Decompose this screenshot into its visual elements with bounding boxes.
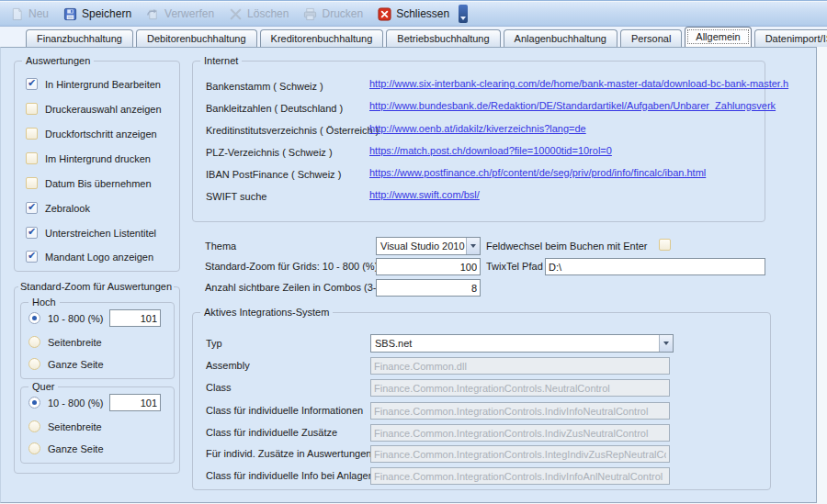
indiv-zusaetze-auswertungen-label: Für individ. Zusätze in Auswertungen xyxy=(206,448,371,459)
class-indiv-info-label: Class für individuelle Informationen xyxy=(206,405,363,416)
radio-hoch-ganze-seite[interactable] xyxy=(28,358,40,370)
checkbox-label: Zebralook xyxy=(45,203,90,214)
typ-combobox[interactable]: SBS.net xyxy=(370,334,674,353)
bankenstamm-label: Bankenstamm ( Schweiz ) xyxy=(206,81,323,92)
integration-group-title: Aktives Integrations-System xyxy=(200,307,333,318)
checkbox-in-hintergrund-bearbeiten[interactable] xyxy=(26,78,38,90)
kreditinstitutsverzeichnis-label: Kreditinstitutsverzeichnis ( Österreich … xyxy=(206,125,379,136)
twixtel-pfad-label: TwixTel Pfad xyxy=(486,261,543,272)
tab-personal[interactable]: Personal xyxy=(620,29,682,47)
twixtel-pfad-input[interactable] xyxy=(545,258,765,275)
radio-quer-ganze-seite[interactable] xyxy=(28,442,40,454)
internet-group-title: Internet xyxy=(200,55,242,66)
bankleitzahlen-link[interactable]: http://www.bundesbank.de/Redaktion/DE/St… xyxy=(369,100,776,111)
radio-hoch-percent[interactable] xyxy=(28,312,40,324)
checkbox-zebralook[interactable] xyxy=(26,202,38,214)
standard-zoom-group: Standard-Zoom für Auswertungen Hoch 10 -… xyxy=(14,286,180,474)
integration-group: Aktives Integrations-System Typ SBS.net … xyxy=(192,312,771,490)
hoch-group: Hoch 10 - 800 (%) Seitenbreite Ganze Sei… xyxy=(20,302,175,379)
swift-suche-link[interactable]: http://www.swift.com/bsl/ xyxy=(369,189,480,200)
combo-rows-label: Anzahl sichtbare Zeilen in Combos (3-30) xyxy=(205,282,391,293)
quer-group-title: Quer xyxy=(28,381,58,392)
tab-betriebsbuchhaltung[interactable]: Betriebsbuchhaltung xyxy=(386,29,500,47)
delete-button[interactable]: Löschen xyxy=(222,6,295,23)
auswertungen-group-title: Auswertungen xyxy=(22,55,94,66)
radio-label: Seitenbreite xyxy=(48,337,102,348)
feldwechsel-label: Feldwechsel beim Buchen mit Enter xyxy=(486,241,647,252)
bankenstamm-link[interactable]: http://www.six-interbank-clearing.com/de… xyxy=(369,78,788,89)
radio-label: 10 - 800 (%) xyxy=(48,313,104,324)
checkbox-datum-bis-uebernehmen[interactable] xyxy=(26,177,38,189)
grid-zoom-input[interactable] xyxy=(376,258,481,275)
thema-label: Thema xyxy=(205,241,236,252)
checkbox-label: Im Hintergrund drucken xyxy=(45,153,151,164)
radio-quer-percent[interactable] xyxy=(28,397,40,409)
radio-hoch-seitenbreite[interactable] xyxy=(28,336,40,348)
checkbox-mandant-logo-anzeigen[interactable] xyxy=(26,251,38,263)
thema-combobox[interactable]: Visual Studio 2010 xyxy=(376,237,481,255)
class-indiv-zusaetze-input xyxy=(370,424,670,442)
allgemein-tab-page: Auswertungen In Hintergrund Bearbeiten D… xyxy=(0,47,817,503)
hoch-percent-input[interactable] xyxy=(109,309,161,327)
new-button-label: Neu xyxy=(28,7,49,20)
discard-button-label: Verwerfen xyxy=(164,7,214,20)
checkbox-im-hintergrund-drucken[interactable] xyxy=(26,152,38,164)
class-indiv-info-anlagen-input xyxy=(370,467,670,485)
chevron-down-icon[interactable] xyxy=(466,238,480,254)
tab-allgemein[interactable]: Allgemein xyxy=(685,27,751,47)
internet-group: Internet Bankenstamm ( Schweiz ) http://… xyxy=(192,61,765,222)
standard-zoom-group-title: Standard-Zoom für Auswertungen xyxy=(18,281,174,292)
kreditinstitutsverzeichnis-link[interactable]: http://www.oenb.at/idakilz/kiverzeichnis… xyxy=(369,123,586,134)
checkbox-unterstreichen-listentitel[interactable] xyxy=(26,227,38,239)
checkbox-label: Unterstreichen Listentitel xyxy=(45,228,156,239)
new-button[interactable]: Neu xyxy=(4,6,55,23)
checkbox-label: Mandant Logo anzeigen xyxy=(45,252,153,263)
tab-anlagenbuchhaltung[interactable]: Anlagenbuchhaltung xyxy=(504,29,617,47)
checkbox-druckfortschritt-anzeigen[interactable] xyxy=(26,128,38,140)
discard-icon xyxy=(146,7,160,21)
class-indiv-info-input xyxy=(370,402,670,420)
tab-strip: Finanzbuchhaltung Debitorenbuchhaltung K… xyxy=(0,27,827,47)
checkbox-label: Druckfortschritt anzeigen xyxy=(45,129,157,140)
tab-kreditorenbuchhaltung[interactable]: Kreditorenbuchhaltung xyxy=(260,29,384,47)
radio-label: Ganze Seite xyxy=(48,359,104,370)
toolbar-overflow-button[interactable] xyxy=(459,5,468,23)
class-indiv-zusaetze-label: Class für individuelle Zusätze xyxy=(206,427,337,438)
save-button-label: Speichern xyxy=(82,7,131,20)
thema-value: Visual Studio 2010 xyxy=(377,238,466,254)
feldwechsel-checkbox[interactable] xyxy=(659,239,671,251)
quer-percent-input[interactable] xyxy=(109,394,161,411)
class-label: Class xyxy=(206,382,232,393)
radio-quer-seitenbreite[interactable] xyxy=(28,420,40,432)
class-input xyxy=(370,379,670,397)
print-button[interactable]: Drucken xyxy=(297,6,369,23)
typ-value: SBS.net xyxy=(371,335,659,352)
typ-label: Typ xyxy=(206,338,222,349)
save-button[interactable]: Speichern xyxy=(57,6,138,23)
toolbar: Neu Speichern Verwerfen Löschen Drucken … xyxy=(0,2,827,27)
radio-label: Seitenbreite xyxy=(48,421,102,432)
checkbox-label: Datum Bis übernehmen xyxy=(45,178,152,189)
tab-debitorenbuchhaltung[interactable]: Debitorenbuchhaltung xyxy=(136,29,257,47)
combo-rows-input[interactable] xyxy=(376,279,481,297)
tab-finanzbuchhaltung[interactable]: Finanzbuchhaltung xyxy=(26,29,133,47)
print-icon xyxy=(303,7,317,21)
close-button[interactable]: Schliessen xyxy=(371,6,456,23)
checkbox-druckerauswahl-anzeigen[interactable] xyxy=(26,103,38,115)
delete-icon xyxy=(229,7,243,21)
new-document-icon xyxy=(10,7,24,21)
hoch-group-title: Hoch xyxy=(28,297,60,308)
assembly-label: Assembly xyxy=(206,360,250,371)
radio-label: Ganze Seite xyxy=(48,443,104,454)
application-window: Neu Speichern Verwerfen Löschen Drucken … xyxy=(0,0,827,504)
chevron-down-icon[interactable] xyxy=(659,335,673,352)
checkbox-label: In Hintergrund Bearbeiten xyxy=(45,79,161,90)
quer-group: Quer 10 - 800 (%) Seitenbreite Ganze Sei… xyxy=(20,386,175,464)
tab-datenimport-is[interactable]: Datenimport/IS xyxy=(754,29,827,47)
iban-postfinance-link[interactable]: https://www.postfinance.ch/pf/content/de… xyxy=(369,167,706,178)
discard-button[interactable]: Verwerfen xyxy=(140,6,221,23)
delete-button-label: Löschen xyxy=(247,7,289,20)
plz-verzeichnis-link[interactable]: https://match.post.ch/download?file=1000… xyxy=(369,145,612,156)
assembly-input xyxy=(370,357,670,375)
save-icon xyxy=(63,7,77,21)
